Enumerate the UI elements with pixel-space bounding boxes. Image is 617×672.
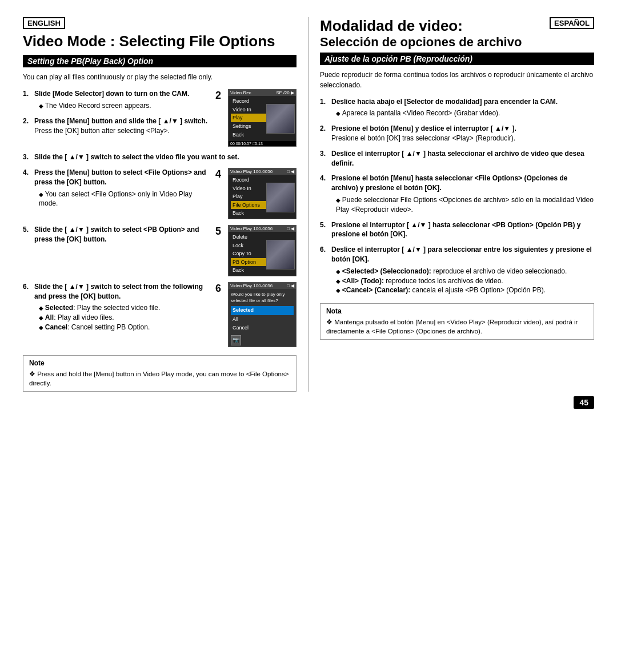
english-badge: ENGLISH (23, 17, 65, 29)
screen4-block: 4 Video Play 100-0056 □ ◀ Record Video I… (215, 168, 297, 219)
screen-num-4: 4 (215, 169, 226, 179)
right-steps-area: 1. Deslice hacia abajo el [Selector de m… (320, 97, 594, 296)
left-page-title: Video Mode : Selecting File Options (23, 33, 297, 50)
right-intro: Puede reproducir de forma continua todos… (320, 70, 594, 90)
right-step-1: 1. Deslice hacia abajo el [Selector de m… (320, 97, 594, 119)
right-header: Modalidad de video: Selección de opcione… (320, 17, 594, 50)
step-5: 5. Slide the [ ▲/▼ ] switch to select <P… (23, 225, 211, 244)
left-intro: You can play all files continuously or p… (23, 72, 297, 82)
right-step-4: 4. Presione el botón [Menu] hasta selecc… (320, 174, 594, 214)
screen-header-6: Video Play 100-0056 □ ◀ (229, 283, 296, 289)
screen2-block: 2 Video Rec SF /20 ▶ Record Video In Pl (215, 89, 297, 147)
step5-area: 5. Slide the [ ▲/▼ ] switch to select <P… (23, 225, 297, 276)
time-bar-2: 00:00/10:57 □5:13 (229, 141, 296, 146)
screen-thumbnail-2 (266, 104, 295, 134)
screen6-block: 6 Video Play 100-0056 □ ◀ Would you like… (215, 282, 297, 347)
option-selected: Selected (231, 306, 294, 315)
step6-area: 6. Slide the [ ▲/▼ ] switch to select fr… (23, 282, 297, 347)
spanish-column: Modalidad de video: Selección de opcione… (308, 17, 594, 392)
camera-icon: 📷 (231, 335, 241, 345)
dialog-icons: 📷 (229, 334, 296, 347)
step-3: 3. Slide the [ ▲/▼ ] switch to select th… (23, 152, 297, 162)
step1-text: 1. Slide [Mode Selector] down to turn on… (23, 89, 211, 147)
step6-text: 6. Slide the [ ▲/▼ ] switch to select fr… (23, 282, 211, 347)
screen5-block: 5 Video Play 100-0056 □ ◀ Delete Lock C (215, 225, 297, 276)
screen-num-6: 6 (215, 283, 226, 293)
screen-thumbnail-5 (266, 240, 295, 269)
left-header: ENGLISH (23, 17, 297, 30)
screen-header-2: Video Rec SF /20 ▶ (229, 90, 296, 96)
right-note-text: Mantenga pulsado el botón [Menu] en <Vid… (326, 317, 588, 336)
steps-area: 1. Slide [Mode Selector] down to turn on… (23, 89, 297, 347)
step5-text: 5. Slide the [ ▲/▼ ] switch to select <P… (23, 225, 211, 276)
step-1: 1. Slide [Mode Selector] down to turn on… (23, 89, 211, 111)
option-all: All (231, 315, 294, 324)
screen-header-5: Video Play 100-0056 □ ◀ (229, 226, 296, 232)
step-2: 2. Press the [Menu] button and slide the… (23, 116, 211, 136)
page-footer: 45 (23, 392, 594, 409)
step-6: 6. Slide the [ ▲/▼ ] switch to select fr… (23, 282, 211, 332)
left-note-title: Note (29, 359, 290, 367)
screen-mockup-6: Video Play 100-0056 □ ◀ Would you like t… (228, 282, 297, 347)
right-note-box: Nota Mantenga pulsado el botón [Menu] en… (320, 303, 594, 340)
right-step-5: 5. Presione el interruptor [ ▲/▼ ] hasta… (320, 220, 594, 240)
page-number: 45 (574, 396, 594, 409)
page: ENGLISH Video Mode : Selecting File Opti… (0, 0, 617, 672)
right-page-title-1: Modalidad de video: (320, 17, 522, 35)
screen-mockup-2: Video Rec SF /20 ▶ Record Video In Play … (228, 89, 297, 147)
left-note-text: Press and hold the [Menu] button in Vide… (29, 369, 290, 388)
spanish-badge: ESPAÑOL (550, 17, 594, 29)
step-4: 4. Press the [Menu] button to select <Fi… (23, 168, 211, 208)
screen-mockup-5: Video Play 100-0056 □ ◀ Delete Lock Copy… (228, 225, 297, 276)
screen-mockup-4: Video Play 100-0056 □ ◀ Record Video In … (228, 168, 297, 219)
step4-text: 4. Press the [Menu] button to select <Fi… (23, 168, 211, 219)
right-step-2: 2. Presione el botón [Menu] y deslice el… (320, 124, 594, 143)
screen-num-2: 2 (215, 90, 226, 100)
screen-header-4: Video Play 100-0056 □ ◀ (229, 168, 296, 175)
right-step-3: 3. Deslice el interruptor [ ▲/▼ ] hasta … (320, 149, 594, 168)
right-section-heading: Ajuste de la opción PB (Reproducción) (320, 53, 594, 65)
step4-area: 4. Press the [Menu] button to select <Fi… (23, 168, 297, 219)
right-step-6: 6. Deslice el interruptor [ ▲/▼ ] para s… (320, 245, 594, 295)
dialog-question: Would you like to play only selected fil… (229, 289, 296, 305)
english-column: ENGLISH Video Mode : Selecting File Opti… (23, 17, 308, 392)
step1-area: 1. Slide [Mode Selector] down to turn on… (23, 89, 297, 147)
screen-thumbnail-4 (266, 183, 295, 212)
left-section-heading: Setting the PB(Play Back) Option (23, 55, 297, 67)
option-cancel: Cancel (231, 324, 294, 333)
right-note-title: Nota (326, 307, 588, 315)
left-note-box: Note Press and hold the [Menu] button in… (23, 355, 297, 392)
two-column-layout: ENGLISH Video Mode : Selecting File Opti… (23, 17, 594, 392)
screen-num-5: 5 (215, 226, 226, 236)
dialog-options: Selected All Cancel (229, 305, 296, 334)
right-page-title-2: Selección de opciones de archivo (320, 35, 522, 50)
